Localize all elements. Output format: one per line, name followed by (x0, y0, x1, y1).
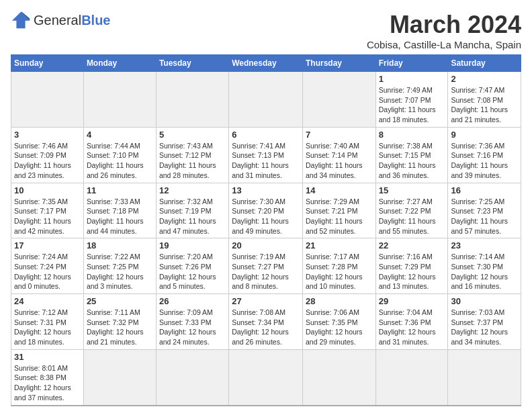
calendar-header-row: SundayMondayTuesdayWednesdayThursdayFrid… (11, 55, 521, 72)
col-header-wednesday: Wednesday (229, 55, 303, 72)
day-info: Sunrise: 7:03 AM Sunset: 7:37 PM Dayligh… (451, 308, 518, 347)
day-number: 10 (14, 185, 81, 195)
calendar-cell: 11Sunrise: 7:33 AM Sunset: 7:18 PM Dayli… (83, 183, 156, 238)
calendar-cell: 16Sunrise: 7:25 AM Sunset: 7:23 PM Dayli… (448, 183, 521, 238)
day-info: Sunrise: 7:46 AM Sunset: 7:09 PM Dayligh… (14, 141, 81, 181)
col-header-monday: Monday (83, 55, 156, 72)
day-info: Sunrise: 7:24 AM Sunset: 7:24 PM Dayligh… (14, 252, 81, 291)
calendar-cell: 23Sunrise: 7:14 AM Sunset: 7:30 PM Dayli… (448, 238, 521, 294)
day-info: Sunrise: 7:27 AM Sunset: 7:22 PM Dayligh… (379, 197, 445, 236)
day-number: 26 (159, 296, 226, 306)
day-number: 23 (451, 240, 518, 250)
calendar-cell (229, 349, 303, 405)
day-info: Sunrise: 7:04 AM Sunset: 7:36 PM Dayligh… (379, 308, 445, 347)
day-number: 27 (232, 296, 300, 306)
day-info: Sunrise: 7:19 AM Sunset: 7:27 PM Dayligh… (232, 252, 300, 291)
calendar-cell: 27Sunrise: 7:08 AM Sunset: 7:34 PM Dayli… (229, 294, 303, 350)
day-info: Sunrise: 7:41 AM Sunset: 7:13 PM Dayligh… (232, 141, 300, 181)
calendar-cell: 17Sunrise: 7:24 AM Sunset: 7:24 PM Dayli… (11, 238, 84, 294)
col-header-tuesday: Tuesday (156, 55, 228, 72)
col-header-saturday: Saturday (448, 55, 521, 72)
day-info: Sunrise: 7:22 AM Sunset: 7:25 PM Dayligh… (87, 252, 153, 291)
generalblue-logo-icon (11, 11, 31, 30)
day-info: Sunrise: 7:16 AM Sunset: 7:29 PM Dayligh… (379, 252, 445, 291)
calendar-cell: 28Sunrise: 7:06 AM Sunset: 7:35 PM Dayli… (302, 294, 375, 350)
calendar-week-row: 3Sunrise: 7:46 AM Sunset: 7:09 PM Daylig… (11, 127, 521, 183)
col-header-sunday: Sunday (11, 55, 84, 72)
calendar-cell: 26Sunrise: 7:09 AM Sunset: 7:33 PM Dayli… (156, 294, 228, 350)
calendar-cell: 9Sunrise: 7:36 AM Sunset: 7:16 PM Daylig… (448, 127, 521, 183)
day-number: 18 (87, 240, 153, 250)
day-number: 28 (306, 296, 373, 306)
calendar-cell: 29Sunrise: 7:04 AM Sunset: 7:36 PM Dayli… (375, 294, 448, 350)
day-number: 15 (379, 185, 445, 195)
day-number: 19 (159, 240, 226, 250)
day-number: 3 (14, 130, 81, 140)
day-info: Sunrise: 7:36 AM Sunset: 7:16 PM Dayligh… (451, 141, 518, 181)
title-area: March 2024 Cobisa, Castille-La Mancha, S… (367, 11, 521, 50)
calendar-cell: 10Sunrise: 7:35 AM Sunset: 7:17 PM Dayli… (11, 183, 84, 238)
day-info: Sunrise: 7:25 AM Sunset: 7:23 PM Dayligh… (451, 197, 518, 236)
calendar-cell: 4Sunrise: 7:44 AM Sunset: 7:10 PM Daylig… (83, 127, 156, 183)
day-number: 31 (14, 352, 81, 362)
calendar-cell: 14Sunrise: 7:29 AM Sunset: 7:21 PM Dayli… (302, 183, 375, 238)
calendar-week-row: 31Sunrise: 8:01 AM Sunset: 8:38 PM Dayli… (11, 349, 521, 405)
calendar-cell: 8Sunrise: 7:38 AM Sunset: 7:15 PM Daylig… (375, 127, 448, 183)
day-info: Sunrise: 7:32 AM Sunset: 7:19 PM Dayligh… (159, 197, 226, 236)
calendar-cell (302, 349, 375, 405)
day-number: 8 (379, 130, 445, 140)
location-subtitle: Cobisa, Castille-La Mancha, Spain (367, 39, 521, 50)
calendar-cell (156, 72, 228, 128)
day-info: Sunrise: 7:20 AM Sunset: 7:26 PM Dayligh… (159, 252, 226, 291)
day-info: Sunrise: 7:09 AM Sunset: 7:33 PM Dayligh… (159, 308, 226, 347)
day-info: Sunrise: 7:06 AM Sunset: 7:35 PM Dayligh… (306, 308, 373, 347)
calendar-cell: 7Sunrise: 7:40 AM Sunset: 7:14 PM Daylig… (302, 127, 375, 183)
calendar-cell (156, 349, 228, 405)
day-info: Sunrise: 7:30 AM Sunset: 7:20 PM Dayligh… (232, 197, 300, 236)
day-info: Sunrise: 7:47 AM Sunset: 7:08 PM Dayligh… (451, 85, 518, 125)
logo: GeneralBlue (11, 11, 111, 30)
day-info: Sunrise: 7:40 AM Sunset: 7:14 PM Dayligh… (306, 141, 373, 181)
calendar-cell: 20Sunrise: 7:19 AM Sunset: 7:27 PM Dayli… (229, 238, 303, 294)
day-info: Sunrise: 7:29 AM Sunset: 7:21 PM Dayligh… (306, 197, 373, 236)
calendar-cell: 22Sunrise: 7:16 AM Sunset: 7:29 PM Dayli… (375, 238, 448, 294)
calendar-cell: 15Sunrise: 7:27 AM Sunset: 7:22 PM Dayli… (375, 183, 448, 238)
day-number: 16 (451, 185, 518, 195)
logo-text: GeneralBlue (34, 13, 111, 28)
day-info: Sunrise: 7:43 AM Sunset: 7:12 PM Dayligh… (159, 141, 226, 181)
calendar-week-row: 17Sunrise: 7:24 AM Sunset: 7:24 PM Dayli… (11, 238, 521, 294)
day-number: 14 (306, 185, 373, 195)
day-info: Sunrise: 7:38 AM Sunset: 7:15 PM Dayligh… (379, 141, 445, 181)
day-info: Sunrise: 7:08 AM Sunset: 7:34 PM Dayligh… (232, 308, 300, 347)
day-number: 21 (306, 240, 373, 250)
calendar-week-row: 24Sunrise: 7:12 AM Sunset: 7:31 PM Dayli… (11, 294, 521, 350)
calendar-cell (83, 349, 156, 405)
svg-marker-0 (12, 12, 30, 29)
day-number: 5 (159, 130, 226, 140)
day-number: 1 (379, 74, 445, 84)
day-number: 20 (232, 240, 300, 250)
calendar-cell (375, 349, 448, 405)
calendar-cell: 5Sunrise: 7:43 AM Sunset: 7:12 PM Daylig… (156, 127, 228, 183)
day-number: 7 (306, 130, 373, 140)
calendar-cell: 6Sunrise: 7:41 AM Sunset: 7:13 PM Daylig… (229, 127, 303, 183)
calendar-cell: 31Sunrise: 8:01 AM Sunset: 8:38 PM Dayli… (11, 349, 84, 405)
calendar-cell: 21Sunrise: 7:17 AM Sunset: 7:28 PM Dayli… (302, 238, 375, 294)
col-header-friday: Friday (375, 55, 448, 72)
day-number: 30 (451, 296, 518, 306)
calendar-cell (83, 72, 156, 128)
calendar-cell (229, 72, 303, 128)
day-number: 2 (451, 74, 518, 84)
day-number: 9 (451, 130, 518, 140)
day-info: Sunrise: 7:11 AM Sunset: 7:32 PM Dayligh… (87, 308, 153, 347)
calendar-week-row: 1Sunrise: 7:49 AM Sunset: 7:07 PM Daylig… (11, 72, 521, 128)
calendar-cell: 12Sunrise: 7:32 AM Sunset: 7:19 PM Dayli… (156, 183, 228, 238)
day-number: 13 (232, 185, 300, 195)
day-number: 24 (14, 296, 81, 306)
day-number: 17 (14, 240, 81, 250)
calendar-cell (302, 72, 375, 128)
calendar-cell: 30Sunrise: 7:03 AM Sunset: 7:37 PM Dayli… (448, 294, 521, 350)
day-info: Sunrise: 8:01 AM Sunset: 8:38 PM Dayligh… (14, 363, 81, 403)
calendar-cell: 1Sunrise: 7:49 AM Sunset: 7:07 PM Daylig… (375, 72, 448, 128)
calendar-table: SundayMondayTuesdayWednesdayThursdayFrid… (11, 54, 521, 406)
